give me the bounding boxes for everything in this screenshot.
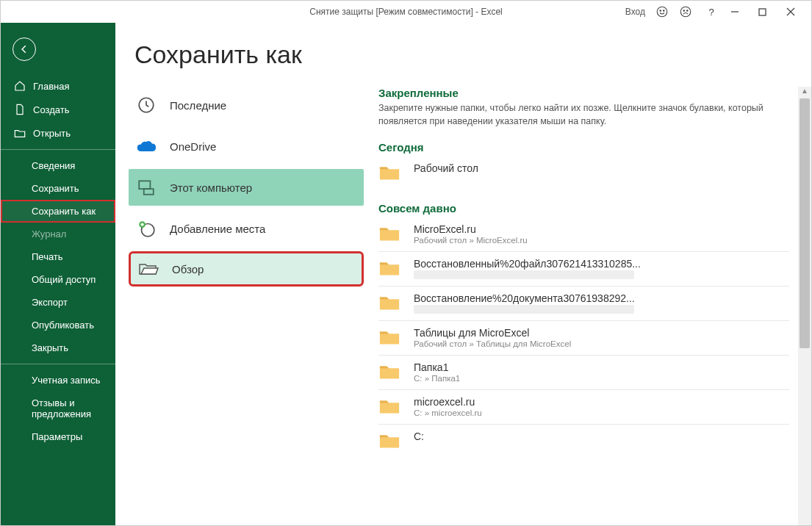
sidebar-label: Закрыть [32,342,68,353]
folder-row[interactable]: Восстановление%20документа30761938292... [378,287,789,321]
sidebar-item-export[interactable]: Экспорт [1,291,115,314]
folder-icon [378,294,400,314]
maximize-button[interactable] [758,8,776,16]
add-place-icon [136,218,157,239]
svg-point-2 [664,10,665,12]
sidebar-item-share[interactable]: Общий доступ [1,268,115,291]
sidebar-label: Главная [33,81,69,92]
svg-rect-12 [144,189,154,195]
location-label: Обзор [172,263,204,275]
pinned-description: Закрепите нужные папки, чтобы легко найт… [378,102,789,128]
sidebar-label: Открыть [33,128,71,139]
folder-icon [378,164,400,184]
folder-path [414,305,634,314]
new-icon [14,104,26,115]
svg-point-4 [683,10,685,12]
sidebar-label: Сохранить [32,183,79,194]
sidebar-item-new[interactable]: Создать [1,98,115,121]
location-onedrive[interactable]: OneDrive [129,128,364,165]
sidebar-label: Опубликовать [32,320,94,331]
sidebar-item-open[interactable]: Открыть [1,121,115,145]
older-header: Совсем давно [378,202,789,215]
sidebar-item-save[interactable]: Сохранить [1,177,115,200]
sidebar-item-home[interactable]: Главная [1,74,115,98]
help-button[interactable]: ? [703,7,720,18]
folder-name: Таблицы для MicroExcel [414,327,571,339]
pinned-header: Закрепленные [378,87,789,99]
folder-name: Папка1 [414,361,460,373]
scrollbar[interactable]: ▲ [798,87,811,526]
sidebar-label: Учетная запись [32,375,101,386]
location-browse[interactable]: Обзор [129,251,364,287]
folder-row[interactable]: C: [378,425,789,458]
sidebar-label: Печать [32,251,63,262]
folder-row[interactable]: Восстановленный%20файл307621413310285... [378,252,789,287]
folder-path: C: » Папка1 [414,374,460,383]
folder-path: C: » microexcel.ru [414,408,482,417]
folder-name: C: [414,430,424,442]
feedback-sad-icon[interactable] [679,5,692,18]
folder-name: MicroExcel.ru [414,223,528,235]
sidebar-item-publish[interactable]: Опубликовать [1,314,115,336]
location-this-pc[interactable]: Этот компьютер [129,169,364,206]
svg-point-3 [680,7,691,17]
sidebar-item-saveas[interactable]: Сохранить как [1,200,115,223]
svg-rect-7 [759,9,766,15]
back-button[interactable] [12,37,36,61]
folder-row[interactable]: MicroExcel.ruРабочий стол » MicroExcel.r… [378,217,789,252]
open-icon [14,127,26,139]
location-recent[interactable]: Последние [129,87,364,123]
folder-icon [378,432,400,453]
location-label: Добавление места [170,223,265,235]
titlebar: Снятие защиты [Режим совместимости] - Ex… [1,1,811,23]
sidebar-item-journal: Журнал [1,223,115,245]
sidebar-item-close[interactable]: Закрыть [1,336,115,359]
computer-icon [136,177,157,198]
location-label: Этот компьютер [170,181,252,194]
sidebar-item-options[interactable]: Параметры [1,425,115,448]
sidebar-label: Общий доступ [32,274,96,285]
folder-name: Восстановление%20документа30761938292... [414,292,635,304]
folder-row[interactable]: Таблицы для MicroExcelРабочий стол » Таб… [378,321,789,356]
folder-name: Восстановленный%20файл307621413310285... [414,258,641,270]
feedback-happy-icon[interactable] [655,5,669,18]
sidebar-label: Сведения [32,160,75,171]
folder-path: Рабочий стол » Таблицы для MicroExcel [414,339,571,348]
folder-list-panel: Закрепленные Закрепите нужные папки, что… [364,87,811,526]
scroll-thumb[interactable] [800,98,810,348]
sidebar-item-feedback[interactable]: Отзывы и предложения [1,392,115,425]
folder-row[interactable]: microexcel.ruC: » microexcel.ru [378,390,789,425]
close-button[interactable] [786,7,804,16]
sidebar-label: Сохранить как [32,206,96,217]
location-add-place[interactable]: Добавление места [129,210,364,247]
save-locations-list: Последние OneDrive Этот компьютер Добавл… [115,87,364,526]
sidebar-label: Экспорт [32,297,68,308]
location-label: Последние [170,99,226,112]
minimize-button[interactable] [730,7,748,16]
scroll-up-arrow[interactable]: ▲ [798,87,811,97]
backstage-sidebar: Главная Создать Открыть Сведения Сохрани… [1,23,115,526]
folder-icon [378,225,400,245]
folder-icon [378,328,400,349]
signin-link[interactable]: Вход [625,7,645,17]
svg-point-1 [660,10,661,12]
sidebar-item-info[interactable]: Сведения [1,149,115,177]
folder-row[interactable]: Папка1C: » Папка1 [378,356,789,390]
folder-path: Рабочий стол » MicroExcel.ru [414,236,528,245]
folder-path [414,270,634,279]
cloud-icon [136,136,157,156]
folder-row[interactable]: Рабочий стол [378,156,789,190]
svg-rect-11 [139,181,150,189]
today-header: Сегодня [378,141,789,154]
page-title: Сохранить как [115,23,811,87]
svg-point-0 [657,7,667,17]
svg-point-5 [687,10,689,12]
folder-name: microexcel.ru [414,396,482,408]
sidebar-label: Отзывы и предложения [32,397,115,419]
folder-icon [378,397,400,418]
folder-open-icon [138,259,159,279]
home-icon [14,80,26,92]
folder-icon [378,363,400,383]
sidebar-item-print[interactable]: Печать [1,245,115,268]
sidebar-item-account[interactable]: Учетная запись [1,364,115,392]
